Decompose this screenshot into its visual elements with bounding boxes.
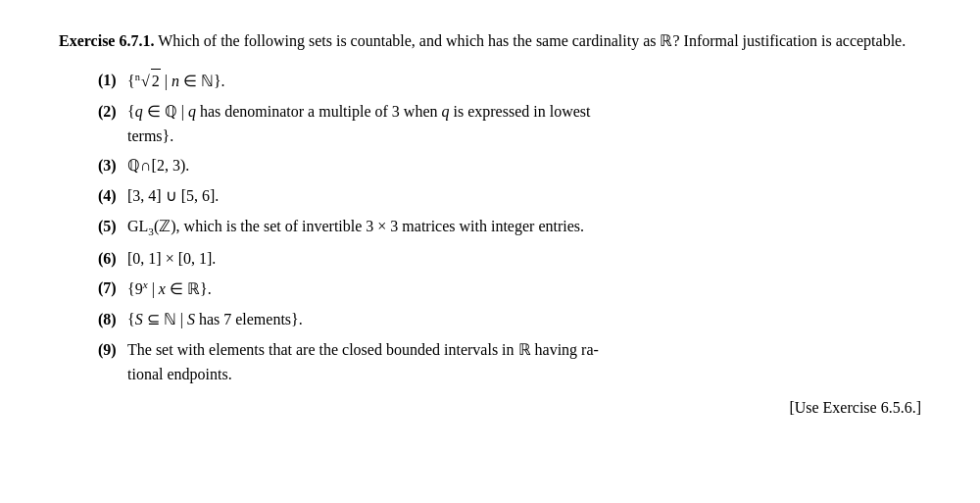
item-number: (3) bbox=[98, 154, 127, 178]
list-item: (7) {9x | x ∈ ℝ}. bbox=[98, 277, 921, 302]
intro-paragraph: Exercise 6.7.1. Which of the following s… bbox=[59, 29, 921, 53]
footnote: [Use Exercise 6.5.6.] bbox=[59, 399, 921, 417]
list-item: (1) {n√2 | n ∈ ℕ}. bbox=[98, 69, 921, 94]
item-content: [0, 1] × [0, 1]. bbox=[127, 247, 921, 272]
item-content: {9x | x ∈ ℝ}. bbox=[127, 277, 921, 302]
item-number: (4) bbox=[98, 184, 127, 209]
list-item: (9) The set with elements that are the c… bbox=[98, 338, 921, 387]
item-number: (5) bbox=[98, 215, 127, 239]
item-content: GL3(ℤ), which is the set of invertible 3… bbox=[127, 215, 921, 241]
item-number: (1) bbox=[98, 69, 127, 93]
exercise-container: Exercise 6.7.1. Which of the following s… bbox=[59, 29, 921, 417]
list-item: (6) [0, 1] × [0, 1]. bbox=[98, 247, 921, 272]
item-content: ℚ∩[2, 3). bbox=[127, 154, 921, 178]
item-content: The set with elements that are the close… bbox=[127, 338, 921, 387]
item-number: (7) bbox=[98, 277, 127, 301]
list-item: (3) ℚ∩[2, 3). bbox=[98, 154, 921, 178]
list-item: (4) [3, 4] ∪ [5, 6]. bbox=[98, 184, 921, 209]
item-number: (6) bbox=[98, 247, 127, 272]
item-number: (9) bbox=[98, 338, 127, 363]
exercise-label: Exercise 6.7.1. bbox=[59, 32, 154, 49]
item-number: (2) bbox=[98, 100, 127, 125]
list-item: (2) {q ∈ ℚ | q has denominator a multipl… bbox=[98, 100, 921, 149]
intro-text: Which of the following sets is countable… bbox=[158, 32, 906, 49]
list-item: (8) {S ⊆ ℕ | S has 7 elements}. bbox=[98, 308, 921, 332]
item-content: [3, 4] ∪ [5, 6]. bbox=[127, 184, 921, 209]
item-content: {S ⊆ ℕ | S has 7 elements}. bbox=[127, 308, 921, 332]
exercise-list: (1) {n√2 | n ∈ ℕ}. (2) {q ∈ ℚ | q has de… bbox=[59, 69, 921, 387]
item-content: {n√2 | n ∈ ℕ}. bbox=[127, 69, 921, 94]
item-number: (8) bbox=[98, 308, 127, 332]
radical-expression: n√2 bbox=[135, 69, 161, 94]
list-item: (5) GL3(ℤ), which is the set of invertib… bbox=[98, 215, 921, 241]
item-content: {q ∈ ℚ | q has denominator a multiple of… bbox=[127, 100, 921, 149]
